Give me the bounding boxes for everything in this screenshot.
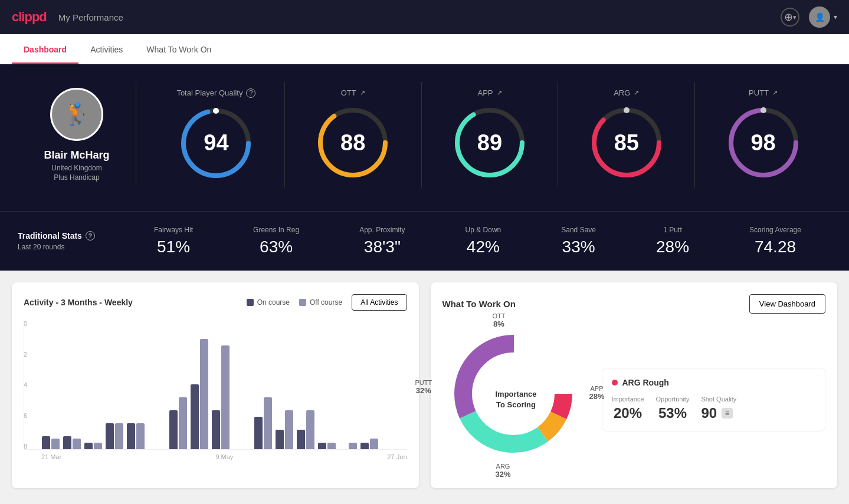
wtwo-panel: What To Work On View Dashboard xyxy=(431,282,838,488)
donut-label-app: APP 28% xyxy=(589,385,604,401)
stat-sandsave: Sand Save 33% xyxy=(561,226,596,256)
stat-proximity-label: App. Proximity xyxy=(359,226,405,234)
stat-fairways: Fairways Hit 51% xyxy=(154,226,193,256)
donut-label-arg: ARG 32% xyxy=(496,463,511,479)
bar-group-13 xyxy=(318,443,336,449)
shotquality-label: Shot Quality xyxy=(701,396,736,403)
view-dashboard-button[interactable]: View Dashboard xyxy=(749,294,825,314)
ott-pct: 8% xyxy=(493,319,504,328)
tab-activities[interactable]: Activities xyxy=(78,34,135,64)
player-name: Blair McHarg xyxy=(44,149,109,162)
stats-label-block: Traditional Stats ? Last 20 rounds xyxy=(18,231,124,251)
info-card-dot xyxy=(612,380,618,386)
app-trend-icon: ↗ xyxy=(497,89,502,97)
ott-score-circle: 88 xyxy=(314,104,391,181)
app-score-label: APP ↗ xyxy=(477,88,501,97)
ott-score-section: OTT ↗ 88 xyxy=(285,82,422,187)
stats-title: Traditional Stats ? xyxy=(18,231,124,241)
plus-icon: ⊕ xyxy=(784,11,793,24)
user-dropdown-icon: ▾ xyxy=(834,13,837,21)
header-right: ⊕ ▾ 👤 ▾ xyxy=(781,6,837,28)
bar-oncourse-11 xyxy=(276,430,284,449)
bar-oncourse-13 xyxy=(318,443,326,449)
legend-offcourse: Off course xyxy=(299,298,342,307)
bar-group-10 xyxy=(254,397,272,449)
stat-greens: Greens In Reg 63% xyxy=(253,226,299,256)
user-menu[interactable]: 👤 ▾ xyxy=(809,6,837,28)
activity-title: Activity - 3 Months - Weekly xyxy=(24,298,133,307)
importance-value: 20% xyxy=(612,405,644,421)
putt-trend-icon: ↗ xyxy=(772,89,778,97)
quality-badge: ≡ xyxy=(722,408,733,419)
header-title: My Performance xyxy=(58,12,123,22)
opportunity-label: Opportunity xyxy=(656,396,690,403)
bar-offcourse-4 xyxy=(136,423,145,449)
bar-offcourse-15 xyxy=(370,439,378,449)
player-avatar: 🏌️ xyxy=(50,88,103,141)
bar-group-11 xyxy=(276,410,293,449)
shotquality-value: 90 xyxy=(701,405,717,421)
arg-score-label: ARG ↗ xyxy=(614,88,639,97)
logo-text: clippd xyxy=(12,9,47,25)
legend-oncourse-label: On course xyxy=(257,298,290,307)
donut-label-putt: PUTT 32% xyxy=(415,379,432,395)
ott-label: OTT xyxy=(493,312,506,319)
svg-point-9 xyxy=(624,107,630,113)
activity-legend: On course Off course xyxy=(247,298,343,307)
hero-inner: 🏌️ Blair McHarg United Kingdom Plus Hand… xyxy=(18,82,831,187)
info-metrics: Importance 20% Opportunity 53% Shot Qual… xyxy=(612,396,816,421)
bar-oncourse-2 xyxy=(84,443,93,449)
stat-greens-value: 63% xyxy=(253,238,299,256)
legend-offcourse-label: Off course xyxy=(310,298,342,307)
chart-x-labels: 21 Mar 9 May 27 Jun xyxy=(24,453,407,460)
bar-oncourse-10 xyxy=(254,417,263,449)
app-score-circle: 89 xyxy=(451,104,528,181)
bar-group-12 xyxy=(297,410,314,449)
shotquality-value-row: 90 ≡ xyxy=(701,405,736,421)
bar-oncourse-6 xyxy=(169,410,178,449)
bar-oncourse-15 xyxy=(360,443,369,449)
hero-scores: Total Player Quality ? 94 OTT ↗ xyxy=(136,82,831,187)
bar-offcourse-12 xyxy=(306,410,314,449)
tab-what-to-work-on[interactable]: What To Work On xyxy=(135,34,223,64)
importance-label: Importance xyxy=(612,396,644,403)
info-card-title: ARG Rough xyxy=(612,378,816,387)
total-info-icon[interactable]: ? xyxy=(246,88,255,98)
bar-group-0 xyxy=(42,436,60,449)
bar-offcourse-10 xyxy=(264,397,272,449)
bar-oncourse-3 xyxy=(106,423,114,449)
bar-oncourse-4 xyxy=(127,423,135,449)
total-score-label: Total Player Quality ? xyxy=(176,88,255,98)
total-score-section: Total Player Quality ? 94 xyxy=(148,82,285,187)
stat-updown-value: 42% xyxy=(466,238,501,256)
putt-label: PUTT xyxy=(415,379,432,386)
legend-oncourse: On course xyxy=(247,298,290,307)
bar-offcourse-0 xyxy=(51,439,60,449)
bar-offcourse-3 xyxy=(115,423,123,449)
stats-info-icon[interactable]: ? xyxy=(86,231,95,241)
hero-section: 🏌️ Blair McHarg United Kingdom Plus Hand… xyxy=(0,64,849,211)
all-activities-button[interactable]: All Activities xyxy=(352,294,407,311)
opportunity-value: 53% xyxy=(656,405,690,421)
stat-oneputt: 1 Putt 28% xyxy=(656,226,689,256)
app-label: APP xyxy=(590,385,603,392)
svg-point-2 xyxy=(213,108,219,114)
bar-offcourse-2 xyxy=(94,443,102,449)
stats-bar: Traditional Stats ? Last 20 rounds Fairw… xyxy=(0,211,849,271)
player-handicap: Plus Handicap xyxy=(54,173,99,182)
ott-score-value: 88 xyxy=(340,130,365,156)
app-pct: 28% xyxy=(589,392,604,401)
legend-offcourse-dot xyxy=(299,299,306,306)
bar-group-15 xyxy=(360,439,378,449)
bar-oncourse-0 xyxy=(42,436,50,449)
nav-tabs: Dashboard Activities What To Work On xyxy=(0,34,849,64)
bar-group-14 xyxy=(339,443,357,449)
tab-dashboard[interactable]: Dashboard xyxy=(12,34,78,64)
total-score-circle: 94 xyxy=(178,105,254,182)
add-button[interactable]: ⊕ ▾ xyxy=(781,8,799,27)
activity-header: Activity - 3 Months - Weekly On course O… xyxy=(24,294,407,311)
stat-oneputt-label: 1 Putt xyxy=(656,226,689,234)
bar-offcourse-8 xyxy=(221,345,230,449)
stat-updown: Up & Down 42% xyxy=(466,226,501,256)
bar-oncourse-8 xyxy=(212,410,220,449)
